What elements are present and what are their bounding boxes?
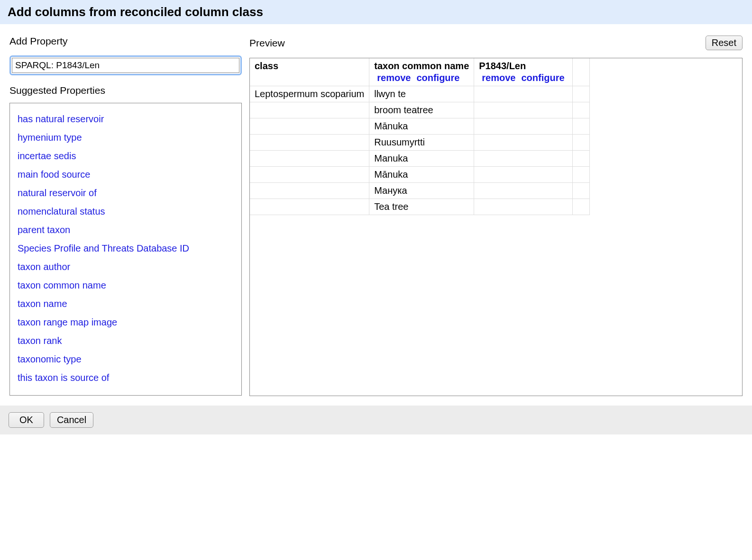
suggested-properties-list: has natural reservoirhymenium typeincert… [9, 103, 242, 396]
preview-box: classtaxon common nameremoveconfigureP18… [249, 58, 743, 396]
table-cell [474, 118, 572, 135]
ok-button[interactable]: OK [9, 412, 44, 428]
table-cell-empty [572, 167, 589, 183]
column-header: taxon common nameremoveconfigure [369, 58, 474, 86]
suggested-property-item[interactable]: taxon range map image [18, 313, 234, 332]
table-cell-empty [572, 102, 589, 118]
table-cell-empty [572, 199, 589, 215]
dialog-footer: OK Cancel [0, 406, 752, 434]
table-cell: Mānuka [369, 167, 474, 183]
table-cell [474, 135, 572, 151]
property-input[interactable] [12, 58, 239, 73]
column-header-label: P1843/Len [479, 61, 567, 72]
suggested-property-item[interactable]: natural reservoir of [18, 184, 234, 202]
add-property-heading: Add Property [9, 36, 242, 47]
dialog-title: Add columns from reconciled column class [0, 0, 752, 24]
table-cell [250, 199, 369, 215]
table-cell: Manuka [369, 151, 474, 167]
suggested-property-item[interactable]: Species Profile and Threats Database ID [18, 239, 234, 258]
property-input-wrap [9, 55, 242, 75]
table-cell: Leptospermum scoparium [250, 86, 369, 102]
suggested-property-item[interactable]: taxon rank [18, 332, 234, 350]
column-actions: removeconfigure [374, 72, 469, 83]
configure-column-link[interactable]: configure [521, 72, 564, 83]
preview-table: classtaxon common nameremoveconfigureP18… [250, 58, 590, 215]
preview-heading: Preview [249, 37, 285, 49]
suggested-property-item[interactable]: has natural reservoir [18, 110, 234, 128]
table-cell: broom teatree [369, 102, 474, 118]
table-cell-empty [572, 135, 589, 151]
suggested-property-item[interactable]: taxon common name [18, 276, 234, 295]
suggested-property-item[interactable]: taxon author [18, 258, 234, 276]
suggested-properties-heading: Suggested Properties [9, 85, 242, 96]
column-header-empty [572, 58, 589, 86]
table-row: Mānuka [250, 118, 589, 135]
table-cell [250, 102, 369, 118]
table-cell [474, 86, 572, 102]
table-cell-empty [572, 151, 589, 167]
table-cell [474, 167, 572, 183]
table-row: Mānuka [250, 167, 589, 183]
table-cell: llwyn te [369, 86, 474, 102]
column-header-label: taxon common name [374, 61, 469, 72]
table-cell [250, 167, 369, 183]
remove-column-link[interactable]: remove [377, 72, 411, 83]
suggested-property-item[interactable]: main food source [18, 165, 234, 184]
column-header-label: class [255, 61, 364, 72]
table-cell-empty [572, 183, 589, 199]
suggested-property-item[interactable]: this taxon is source of [18, 369, 234, 387]
table-row: Manuka [250, 151, 589, 167]
table-cell: Манука [369, 183, 474, 199]
remove-column-link[interactable]: remove [482, 72, 515, 83]
table-cell: Ruusumyrtti [369, 135, 474, 151]
suggested-property-item[interactable]: nomenclatural status [18, 202, 234, 221]
table-row: Ruusumyrtti [250, 135, 589, 151]
table-cell [474, 151, 572, 167]
cancel-button[interactable]: Cancel [50, 412, 93, 428]
add-property-panel: Add Property Suggested Properties has na… [9, 36, 242, 396]
table-cell [250, 183, 369, 199]
suggested-property-item[interactable]: parent taxon [18, 221, 234, 239]
table-cell-empty [572, 118, 589, 135]
table-cell [250, 135, 369, 151]
suggested-property-item[interactable]: taxon name [18, 295, 234, 313]
table-row: broom teatree [250, 102, 589, 118]
suggested-property-item[interactable]: incertae sedis [18, 147, 234, 165]
table-cell [474, 183, 572, 199]
table-cell: Mānuka [369, 118, 474, 135]
reset-button[interactable]: Reset [706, 36, 743, 50]
suggested-property-item[interactable]: taxonomic type [18, 350, 234, 369]
table-cell [474, 199, 572, 215]
table-cell-empty [572, 86, 589, 102]
table-cell: Tea tree [369, 199, 474, 215]
suggested-property-item[interactable]: hymenium type [18, 128, 234, 147]
dialog-body: Add Property Suggested Properties has na… [0, 24, 752, 406]
table-cell [474, 102, 572, 118]
table-row: Leptospermum scopariumllwyn te [250, 86, 589, 102]
preview-panel: Preview Reset classtaxon common nameremo… [249, 36, 743, 396]
configure-column-link[interactable]: configure [416, 72, 459, 83]
column-actions: removeconfigure [479, 72, 567, 83]
column-header: class [250, 58, 369, 86]
table-row: Tea tree [250, 199, 589, 215]
table-row: Манука [250, 183, 589, 199]
column-header: P1843/Lenremoveconfigure [474, 58, 572, 86]
table-cell [250, 118, 369, 135]
table-cell [250, 151, 369, 167]
